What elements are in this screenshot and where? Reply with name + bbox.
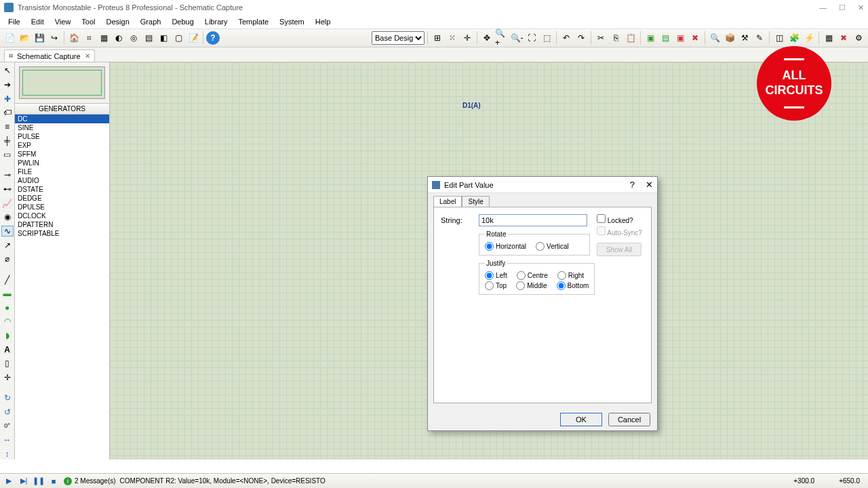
rotate-horizontal[interactable]: Horizontal	[485, 242, 526, 251]
tab-close-icon[interactable]: ✕	[85, 52, 90, 60]
copy-icon[interactable]: ⎘	[609, 31, 623, 45]
flip-v-icon[interactable]: ↕	[1, 448, 14, 460]
help-icon[interactable]: ?	[206, 31, 220, 45]
zoom-out-icon[interactable]: 🔍-	[510, 31, 524, 45]
justify-middle[interactable]: Middle	[516, 281, 547, 290]
menu-tool[interactable]: Tool	[76, 16, 100, 27]
probe-tool-icon[interactable]: ↗	[1, 239, 14, 251]
arc-tool-icon[interactable]: ◠	[1, 316, 14, 327]
dialog-close-icon[interactable]: ✕	[646, 180, 653, 190]
zoom-area-icon[interactable]: ⬚	[540, 31, 553, 45]
messages-panel[interactable]: i 2 Message(s)	[64, 477, 116, 485]
generators-list[interactable]: DCSINEPULSEEXPSFFMPWLINFILEAUDIODSTATEDE…	[15, 115, 109, 460]
close-button[interactable]: ✕	[858, 3, 864, 12]
show-all-button[interactable]: Show All	[597, 243, 642, 256]
arrange-icon[interactable]: ▦	[822, 31, 835, 45]
home-icon[interactable]: 🏠	[67, 31, 81, 45]
rotate-cw-icon[interactable]: ↻	[1, 392, 14, 404]
block-move-icon[interactable]: ▤	[658, 31, 672, 45]
schematic-icon[interactable]: ⌗	[82, 31, 96, 45]
toggle-exclude-icon[interactable]: ◫	[772, 31, 786, 45]
menu-view[interactable]: View	[50, 16, 77, 27]
rotate-ccw-icon[interactable]: ↺	[1, 407, 14, 418]
wire-icon[interactable]: ✎	[753, 31, 766, 45]
open-icon[interactable]: 📂	[18, 31, 31, 45]
generator-item[interactable]: FILE	[15, 167, 109, 176]
generator-item[interactable]: SCRIPTABLE	[15, 229, 109, 238]
generator-item[interactable]: DEDGE	[15, 194, 109, 203]
flip-h-icon[interactable]: ↔	[1, 434, 14, 446]
justify-top[interactable]: Top	[485, 281, 507, 290]
menu-file[interactable]: File	[3, 16, 26, 27]
pcb-icon[interactable]: ▦	[97, 31, 111, 45]
generator-item[interactable]: DC	[15, 115, 109, 123]
bom-icon[interactable]: ▤	[142, 31, 155, 45]
netlist-icon[interactable]: 🧩	[787, 31, 801, 45]
new-icon[interactable]: 📄	[3, 31, 16, 45]
grid-snap-icon[interactable]: ⊞	[431, 31, 444, 45]
block-delete-icon[interactable]: ✖	[688, 31, 702, 45]
save-icon[interactable]: 💾	[33, 31, 46, 45]
origin-icon[interactable]: ✛	[460, 31, 474, 45]
pick-icon[interactable]: 🔍	[708, 31, 722, 45]
schematic-canvas[interactable]: D1(A) Edit Part Value ? ✕ Label Style St…	[110, 62, 868, 460]
design-selector[interactable]: Base Design	[372, 31, 425, 45]
angle-icon[interactable]: 0°	[1, 420, 14, 432]
dialog-help-icon[interactable]: ?	[630, 180, 635, 190]
menu-help[interactable]: Help	[310, 16, 336, 27]
tape-tool-icon[interactable]: ◉	[1, 211, 14, 223]
package-icon[interactable]: 📦	[723, 31, 736, 45]
minimize-button[interactable]: —	[819, 3, 827, 12]
block-rotate-icon[interactable]: ▣	[673, 31, 687, 45]
menu-template[interactable]: Template	[233, 16, 274, 27]
tab-schematic[interactable]: ⌗ Schematic Capture ✕	[4, 49, 95, 62]
justify-bottom[interactable]: Bottom	[557, 281, 589, 290]
3d-icon[interactable]: ◐	[112, 31, 125, 45]
vsm-icon[interactable]: ▢	[172, 31, 185, 45]
tab-label[interactable]: Label	[433, 196, 462, 207]
pan-icon[interactable]: ✥	[480, 31, 494, 45]
generator-item[interactable]: PWLIN	[15, 159, 109, 167]
property-icon[interactable]: ✖	[837, 31, 850, 45]
string-input[interactable]	[479, 214, 587, 226]
justify-centre[interactable]: Centre	[517, 271, 548, 280]
gerber-icon[interactable]: ◎	[127, 31, 140, 45]
ok-button[interactable]: OK	[560, 413, 602, 426]
symbol-tool-icon[interactable]: ▯	[1, 358, 14, 369]
block-copy-icon[interactable]: ▣	[644, 31, 657, 45]
bus-tool-icon[interactable]: ╪	[1, 135, 14, 146]
component-tool-icon[interactable]: ➔	[1, 79, 14, 91]
justify-right[interactable]: Right	[557, 271, 584, 280]
selection-tool-icon[interactable]: ↖	[1, 65, 14, 77]
instrument-tool-icon[interactable]: ⌀	[1, 253, 14, 265]
menu-design[interactable]: Design	[101, 16, 135, 27]
generator-item[interactable]: DCLOCK	[15, 211, 109, 220]
cut-icon[interactable]: ✂	[594, 31, 608, 45]
grid-dots-icon[interactable]: ⁙	[446, 31, 459, 45]
maximize-button[interactable]: ☐	[839, 3, 846, 12]
step-icon[interactable]: ▶|	[18, 476, 30, 487]
text-tool-icon[interactable]: ≡	[1, 121, 14, 133]
stop-icon[interactable]: ■	[47, 476, 60, 487]
generator-item[interactable]: DPATTERN	[15, 220, 109, 229]
menu-library[interactable]: Library	[199, 16, 233, 27]
pause-icon[interactable]: ❚❚	[33, 476, 45, 487]
generator-item[interactable]: AUDIO	[15, 176, 109, 185]
generator-item[interactable]: EXP	[15, 141, 109, 150]
marker-tool-icon[interactable]: ✛	[1, 372, 14, 384]
cancel-button[interactable]: Cancel	[608, 413, 650, 426]
doc-icon[interactable]: 📝	[186, 31, 200, 45]
circle-tool-icon[interactable]: ●	[1, 302, 14, 313]
paste-icon[interactable]: 📋	[624, 31, 637, 45]
graph-tool-icon[interactable]: 📈	[1, 197, 14, 209]
junction-tool-icon[interactable]: ✚	[1, 93, 14, 104]
locked-checkbox[interactable]: Locked?	[597, 214, 644, 224]
menu-debug[interactable]: Debug	[166, 16, 199, 27]
line-tool-icon[interactable]: ╱	[1, 274, 14, 285]
tab-style[interactable]: Style	[462, 196, 489, 207]
pin-tool-icon[interactable]: ⊷	[1, 184, 14, 195]
subcircuit-tool-icon[interactable]: ▭	[1, 149, 14, 161]
generator-item[interactable]: DPULSE	[15, 203, 109, 211]
import-icon[interactable]: ↪	[47, 31, 61, 45]
compile-icon[interactable]: ⚙	[852, 31, 865, 45]
